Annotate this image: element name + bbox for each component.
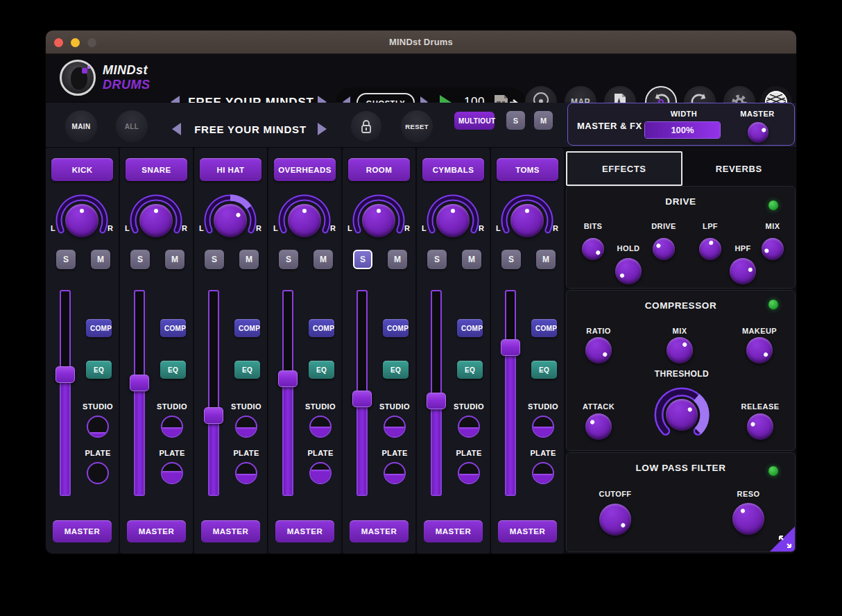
ratio-knob[interactable] <box>585 337 612 363</box>
mute-button[interactable]: M <box>388 250 407 269</box>
channel-route-master-button[interactable]: MASTER <box>275 520 334 542</box>
fader-handle[interactable] <box>501 339 520 356</box>
mute-button[interactable]: M <box>165 250 184 269</box>
mute-button[interactable]: M <box>239 250 259 269</box>
channel-route-master-button[interactable]: MASTER <box>424 520 483 542</box>
eq-button[interactable]: EQ <box>234 361 260 379</box>
volume-fader[interactable] <box>204 290 223 496</box>
pan-knob[interactable] <box>214 204 247 237</box>
channel-name-button[interactable]: ROOM <box>348 158 410 181</box>
tab-reverbs[interactable]: REVERBS <box>682 151 796 186</box>
studio-send-knob[interactable] <box>235 416 257 438</box>
bits-knob[interactable] <box>582 238 604 260</box>
plate-send-knob[interactable] <box>309 462 332 484</box>
pan-knob[interactable] <box>65 204 98 237</box>
comp-button[interactable]: COMP <box>160 319 186 337</box>
kit-prev-arrow-2[interactable] <box>172 123 181 135</box>
fader-handle[interactable] <box>278 370 298 387</box>
solo-button[interactable]: S <box>501 250 521 269</box>
multiout-button[interactable]: MULTIOUT <box>454 112 495 130</box>
studio-send-knob[interactable] <box>87 416 109 438</box>
channel-route-master-button[interactable]: MASTER <box>350 520 409 542</box>
compressor-enabled-led[interactable] <box>768 300 778 309</box>
eq-button[interactable]: EQ <box>160 361 186 379</box>
eq-button[interactable]: EQ <box>457 361 483 379</box>
solo-button[interactable]: S <box>427 250 447 269</box>
studio-send-knob[interactable] <box>309 416 332 438</box>
threshold-knob[interactable] <box>666 399 698 431</box>
comp-button[interactable]: COMP <box>457 319 483 337</box>
pan-control[interactable]: L R <box>123 194 189 246</box>
fader-handle[interactable] <box>204 407 223 424</box>
lpf-enabled-led[interactable] <box>768 466 778 476</box>
channel-name-button[interactable]: SNARE <box>126 158 187 181</box>
all-view-button[interactable]: ALL <box>116 110 148 142</box>
mute-button[interactable]: M <box>313 250 333 269</box>
solo-button[interactable]: S <box>56 250 76 269</box>
channel-name-button[interactable]: TOMS <box>497 158 558 181</box>
cutoff-knob[interactable] <box>599 504 631 536</box>
solo-button[interactable]: S <box>279 250 298 269</box>
comp-button[interactable]: COMP <box>531 319 557 337</box>
volume-fader[interactable] <box>501 290 520 496</box>
fader-handle[interactable] <box>427 393 446 409</box>
plate-send-knob[interactable] <box>87 462 109 484</box>
volume-fader[interactable] <box>130 290 149 496</box>
pan-knob[interactable] <box>139 204 173 237</box>
kit-next-arrow-2[interactable] <box>318 123 327 135</box>
studio-send-knob[interactable] <box>532 416 554 438</box>
pan-knob[interactable] <box>436 204 470 237</box>
eq-button[interactable]: EQ <box>309 361 334 379</box>
volume-fader[interactable] <box>427 290 446 496</box>
pan-control[interactable]: L R <box>420 194 486 246</box>
pan-control[interactable]: L R <box>271 194 338 246</box>
fader-handle[interactable] <box>130 375 149 391</box>
pan-knob[interactable] <box>362 204 395 237</box>
channel-name-button[interactable]: OVERHEADS <box>274 158 336 181</box>
hpf-knob[interactable] <box>730 258 756 284</box>
mute-button[interactable]: M <box>91 250 110 269</box>
mute-button[interactable]: M <box>462 250 481 269</box>
pan-control[interactable]: L R <box>49 194 115 246</box>
reset-button[interactable]: RESET <box>401 110 433 142</box>
drive-mix-knob[interactable] <box>762 238 784 260</box>
studio-send-knob[interactable] <box>161 416 183 438</box>
solo-button[interactable]: S <box>130 250 150 269</box>
master-volume-knob[interactable] <box>748 122 768 143</box>
volume-fader[interactable] <box>55 290 75 496</box>
volume-fader[interactable] <box>278 290 298 496</box>
comp-button[interactable]: COMP <box>383 319 409 337</box>
studio-send-knob[interactable] <box>458 416 480 438</box>
channel-name-button[interactable]: HI HAT <box>200 158 261 181</box>
channel-route-master-button[interactable]: MASTER <box>127 520 186 542</box>
attack-knob[interactable] <box>585 413 612 440</box>
eq-button[interactable]: EQ <box>86 361 112 379</box>
channel-name-button[interactable]: CYMBALS <box>422 158 484 181</box>
reso-knob[interactable] <box>732 503 764 535</box>
lpf-knob[interactable] <box>699 238 721 260</box>
comp-button[interactable]: COMP <box>309 319 334 337</box>
lock-button[interactable] <box>351 111 381 142</box>
plate-send-knob[interactable] <box>458 462 480 484</box>
channel-route-master-button[interactable]: MASTER <box>53 520 112 542</box>
solo-button[interactable]: S <box>205 250 224 269</box>
fader-handle[interactable] <box>55 366 75 383</box>
plate-send-knob[interactable] <box>161 462 183 484</box>
makeup-knob[interactable] <box>746 337 773 363</box>
pan-control[interactable]: L R <box>494 194 560 246</box>
solo-button[interactable]: S <box>353 250 372 269</box>
drive-knob[interactable] <box>653 238 675 260</box>
pan-control[interactable]: L R <box>345 194 412 246</box>
pan-knob[interactable] <box>510 204 544 237</box>
pan-control[interactable]: L R <box>197 194 264 246</box>
main-view-button[interactable]: MAIN <box>65 110 97 142</box>
channel-route-master-button[interactable]: MASTER <box>498 520 557 542</box>
global-solo-button[interactable]: S <box>506 111 525 130</box>
comp-button[interactable]: COMP <box>86 319 112 337</box>
width-slider[interactable]: 100% <box>644 121 721 139</box>
plate-send-knob[interactable] <box>532 462 554 484</box>
global-mute-button[interactable]: M <box>534 111 553 130</box>
eq-button[interactable]: EQ <box>531 361 557 379</box>
mute-button[interactable]: M <box>536 250 556 269</box>
eq-button[interactable]: EQ <box>383 361 409 379</box>
